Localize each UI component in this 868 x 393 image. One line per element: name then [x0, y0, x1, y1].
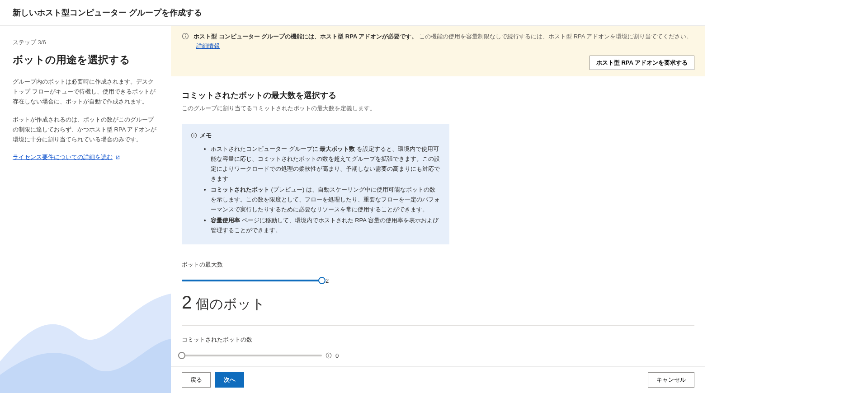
section-divider: [182, 325, 694, 326]
max-bots-label: ボットの最大数: [182, 261, 694, 269]
svg-point-2: [185, 34, 186, 35]
banner-text-rest: この機能の使用を容量制限なしで続行するには、ホスト型 RPA アドオンを環境に割…: [419, 33, 692, 40]
svg-point-8: [328, 354, 329, 355]
external-link-icon: [115, 154, 120, 159]
content-area: コミットされたボットの最大数を選択する このグループに割り当てるコミットされたボ…: [171, 76, 705, 366]
note-item: コミットされたボット (プレビュー) は、自動スケーリング中に使用可能なボットの…: [211, 185, 440, 215]
banner-more-info-link[interactable]: 詳細情報: [196, 42, 220, 49]
decorative-wave: [0, 276, 171, 393]
info-icon: [182, 33, 189, 40]
step-indicator: ステップ 3/6: [13, 38, 158, 47]
request-addon-button[interactable]: ホスト型 RPA アドオンを要求する: [590, 56, 694, 70]
committed-bots-slider[interactable]: [182, 350, 322, 361]
banner-text-bold: ホスト型 コンピューター グループの機能には、ホスト型 RPA アドオンが必要で…: [193, 33, 417, 40]
step-description-2: ボットが作成されるのは、ボットの数がこのグループの制限に達しておらず、かつホスト…: [13, 115, 158, 145]
committed-bots-label: コミットされたボットの数: [182, 336, 694, 344]
license-link-text: ライセンス要件についての詳細を読む: [13, 153, 113, 161]
max-bots-section: ボットの最大数 2 2 個のボット: [182, 261, 694, 313]
committed-bots-section: コミットされたボットの数 0 0 個のボット: [182, 336, 694, 366]
max-bots-slider[interactable]: [182, 275, 322, 286]
content-description: このグループに割り当てるコミットされたボットの最大数を定義します。: [182, 104, 694, 112]
wizard-footer: 戻る 次へ キャンセル: [171, 366, 705, 393]
step-title: ボットの用途を選択する: [13, 53, 158, 67]
svg-point-5: [193, 134, 194, 134]
banner-text: ホスト型 コンピューター グループの機能には、ホスト型 RPA アドオンが必要で…: [193, 32, 694, 51]
committed-bots-value: 0: [335, 352, 339, 359]
cancel-button[interactable]: キャンセル: [648, 372, 694, 388]
license-requirements-link[interactable]: ライセンス要件についての詳細を読む: [13, 153, 120, 161]
note-list: ホストされたコンピューター グループに 最大ボット数 を設定すると、環境内で使用…: [191, 144, 440, 236]
note-box: メモ ホストされたコンピューター グループに 最大ボット数 を設定すると、環境内…: [182, 124, 449, 245]
note-heading: メモ: [191, 131, 440, 140]
note-item: 容量使用率 ページに移動して、環境内でホストされた RPA 容量の使用率を表示お…: [211, 215, 440, 235]
info-icon: [191, 132, 197, 139]
back-button[interactable]: 戻る: [182, 372, 211, 388]
step-description-1: グループ内のボットは必要時に作成されます。デスクトップ フローがキューで待機し、…: [13, 77, 158, 107]
content-title: コミットされたボットの最大数を選択する: [182, 90, 694, 101]
wizard-sidebar: ステップ 3/6 ボットの用途を選択する グループ内のボットは必要時に作成されま…: [0, 26, 171, 393]
max-bots-value: 2: [326, 277, 329, 284]
info-icon[interactable]: [326, 352, 332, 359]
max-bots-readout: 2 個のボット: [182, 292, 694, 313]
page-title: 新しいホスト型コンピューター グループを作成する: [13, 7, 693, 18]
main-panel: ホスト型 コンピューター グループの機能には、ホスト型 RPA アドオンが必要で…: [171, 26, 705, 393]
next-button[interactable]: 次へ: [215, 372, 244, 388]
note-title: メモ: [200, 131, 212, 140]
note-item: ホストされたコンピューター グループに 最大ボット数 を設定すると、環境内で使用…: [211, 144, 440, 184]
addon-warning-banner: ホスト型 コンピューター グループの機能には、ホスト型 RPA アドオンが必要で…: [171, 26, 705, 76]
header: 新しいホスト型コンピューター グループを作成する: [0, 0, 705, 26]
